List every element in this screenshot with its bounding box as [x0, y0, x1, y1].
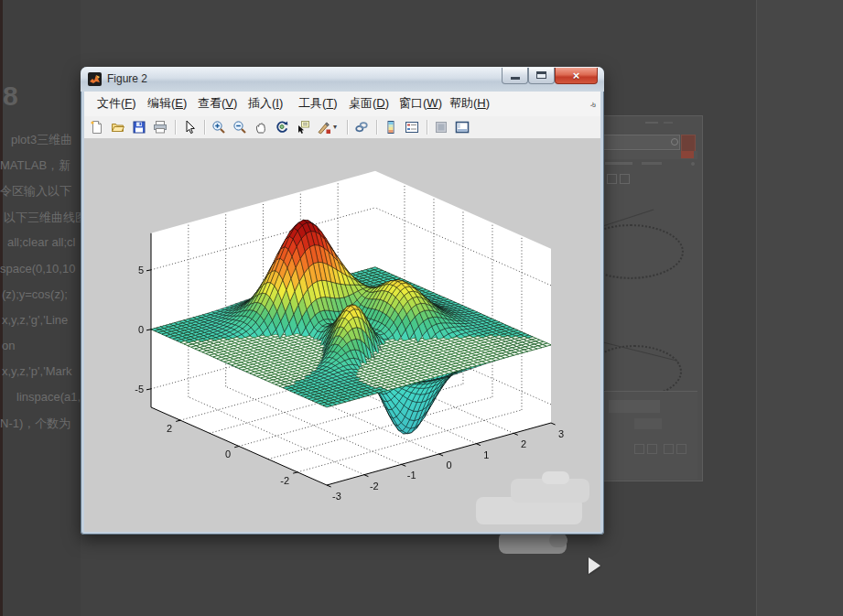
hide-plot-tools-icon	[434, 120, 449, 135]
figure-window: Figure 2 × » 文件(F)编辑(E)查看(V)插入(I)工具(T)桌面…	[81, 67, 604, 535]
menu-item-0[interactable]: 文件(F)	[90, 92, 144, 115]
brush-data-icon	[317, 120, 331, 135]
menu-item-2[interactable]: 查看(V)	[190, 92, 244, 115]
close-icon: ×	[556, 69, 597, 82]
toolbar-separator	[204, 120, 206, 135]
bg-window-menu-icon	[645, 122, 658, 124]
menu-item-4[interactable]: 工具(T)	[291, 92, 345, 115]
toolbar-overflow-icon[interactable]: »	[589, 98, 600, 110]
close-button[interactable]: ×	[555, 68, 598, 84]
matlab-logo-icon	[88, 72, 102, 86]
zoom-in-icon	[211, 120, 226, 135]
mouse-cursor	[589, 557, 600, 574]
brush-data-button[interactable]	[315, 119, 333, 135]
figure-canvas-area	[84, 138, 600, 532]
show-plot-tools-button[interactable]	[453, 119, 471, 135]
zoom-in-button[interactable]	[210, 119, 228, 135]
background-text-line: 以下三维曲线图	[4, 210, 82, 226]
maximize-icon	[536, 71, 546, 79]
maximize-button[interactable]	[528, 68, 555, 84]
background-page-number: 8	[3, 81, 18, 112]
edit-plot-arrow-button[interactable]	[180, 119, 199, 135]
save-figure-icon	[132, 120, 146, 135]
menu-item-7[interactable]: 帮助(H)	[442, 92, 497, 115]
insert-legend-icon	[405, 120, 419, 135]
bg-panel-button	[647, 444, 657, 454]
insert-legend-button[interactable]	[403, 119, 421, 135]
background-text-line: x,y,z,'p','Mark	[2, 364, 81, 378]
rotate-3d-icon	[275, 120, 289, 135]
bg-panel-button	[676, 444, 686, 454]
background-right-window	[600, 115, 703, 481]
new-figure-icon	[90, 120, 104, 135]
link-plot-button[interactable]	[352, 119, 371, 135]
background-text-line: N-1)，个数为	[0, 416, 79, 432]
data-cursor-button[interactable]	[294, 119, 312, 135]
brush-dropdown-icon[interactable]: ▾	[333, 123, 337, 131]
watermark-blob	[549, 534, 567, 547]
save-figure-button[interactable]	[130, 119, 148, 135]
background-text-line: MATLAB，新	[0, 157, 79, 174]
print-figure-button[interactable]	[151, 119, 169, 135]
zoom-out-icon	[232, 120, 247, 135]
edit-plot-arrow-icon	[182, 120, 197, 135]
print-figure-icon	[153, 120, 168, 135]
menu-item-3[interactable]: 插入(I)	[241, 92, 290, 115]
pan-hand-button[interactable]	[252, 119, 270, 135]
toolbar-separator	[427, 120, 428, 135]
background-text-line: space(0,10,10	[0, 262, 79, 276]
zoom-out-button[interactable]	[231, 119, 249, 135]
bg-search-icon	[671, 138, 678, 146]
toolbar-separator	[347, 120, 349, 135]
background-text-line: all;clear all;cl	[7, 235, 86, 249]
toolbar: ▾	[84, 116, 600, 139]
bg-toolbar-icon	[620, 174, 630, 184]
menubar: » 文件(F)编辑(E)查看(V)插入(I)工具(T)桌面(D)窗口(W)帮助(…	[84, 92, 600, 117]
link-plot-icon	[354, 120, 369, 135]
minimize-icon	[511, 77, 520, 80]
bg-menu-text	[642, 162, 662, 165]
titlebar[interactable]: Figure 2 ×	[81, 67, 604, 92]
show-plot-tools-icon	[455, 120, 470, 135]
menu-item-6[interactable]: 窗口(W)	[392, 92, 449, 115]
plot-canvas[interactable]	[84, 138, 600, 532]
bg-search-input	[603, 135, 680, 150]
menu-item-5[interactable]: 桌面(D)	[341, 92, 396, 115]
background-text-line: on	[2, 339, 81, 352]
new-figure-button[interactable]	[88, 119, 106, 135]
bg-close-icon	[681, 151, 694, 158]
background-divider	[756, 0, 757, 616]
background-text-line: 令区输入以下	[0, 183, 79, 200]
background-right-zone	[757, 0, 843, 616]
background-text-line: plot3三维曲	[11, 132, 90, 148]
bg-panel-box	[609, 400, 660, 413]
menu-item-1[interactable]: 编辑(E)	[140, 92, 194, 115]
insert-colorbar-button[interactable]	[382, 119, 400, 135]
insert-colorbar-icon	[384, 120, 398, 135]
data-cursor-icon	[296, 120, 310, 135]
toolbar-separator	[175, 120, 177, 135]
watermark-blob	[542, 471, 569, 484]
window-title: Figure 2	[107, 72, 147, 85]
background-text-line: x,y,z,'g','Line	[2, 313, 81, 327]
bg-panel-button	[634, 444, 644, 454]
toolbar-separator	[376, 120, 378, 135]
rotate-3d-button[interactable]	[273, 119, 291, 135]
open-file-button[interactable]	[109, 119, 127, 135]
pan-hand-icon	[254, 120, 268, 135]
minimize-button[interactable]	[502, 68, 528, 84]
bg-toolbar-icon	[607, 174, 617, 184]
bg-dot	[691, 162, 695, 166]
bg-panel-button	[664, 444, 674, 454]
background-text-line: (z);y=cos(z);	[2, 287, 81, 301]
screen: 8 plot3三维曲MATLAB，新令区输入以下以下三维曲线图all;clear…	[0, 0, 843, 616]
bg-search-button	[681, 135, 696, 152]
bg-panel-box	[634, 418, 662, 429]
hide-plot-tools-button[interactable]	[432, 119, 450, 135]
open-file-icon	[111, 120, 125, 135]
bg-menu-text	[605, 162, 632, 165]
bg-window-menu-icon	[664, 122, 673, 124]
